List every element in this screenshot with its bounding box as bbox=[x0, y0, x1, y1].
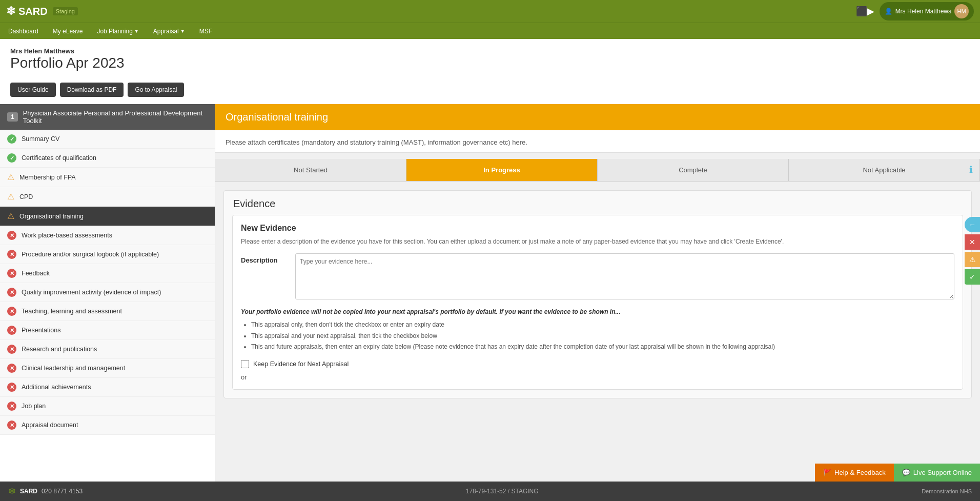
status-danger-icon: ✕ bbox=[7, 269, 16, 278]
video-icon[interactable]: ⬛▶ bbox=[856, 6, 874, 17]
footer-sard-name: SARD bbox=[20, 488, 37, 495]
user-badge[interactable]: 👤 Mrs Helen Matthews HM bbox=[880, 2, 974, 21]
nav-job-planning[interactable]: Job Planning ▼ bbox=[95, 25, 140, 38]
download-pdf-button[interactable]: Download as PDF bbox=[60, 83, 124, 97]
sidebar-item-clinical-leadership[interactable]: ✕ Clinical leadership and management bbox=[0, 359, 215, 378]
keep-evidence-checkbox[interactable] bbox=[241, 360, 249, 368]
sidebar-item-label: Quality improvement activity (evidence o… bbox=[22, 289, 161, 296]
floating-blue-button[interactable]: ← bbox=[965, 217, 980, 232]
live-support-label: Live Support Online bbox=[913, 469, 972, 476]
info-icon[interactable]: ℹ bbox=[969, 164, 973, 175]
action-buttons-bar: User Guide Download as PDF Go to Apprais… bbox=[0, 77, 980, 104]
description-label: Description bbox=[241, 253, 287, 301]
status-danger-icon: ✕ bbox=[7, 345, 16, 354]
user-guide-button[interactable]: User Guide bbox=[10, 83, 56, 97]
nav-right: ⬛▶ 👤 Mrs Helen Matthews HM bbox=[856, 2, 974, 21]
floating-yellow-button[interactable]: ⚠ bbox=[965, 252, 980, 267]
status-warning-icon: ⚠ bbox=[7, 192, 14, 202]
sidebar-item-label: Research and publications bbox=[22, 346, 97, 353]
description-text: Please attach certificates (mandatory an… bbox=[226, 138, 527, 146]
sub-navigation: Dashboard My eLeave Job Planning ▼ Appra… bbox=[0, 23, 980, 39]
floating-red-button[interactable]: ✕ bbox=[965, 234, 980, 250]
status-tabs: Not Started In Progress Complete Not App… bbox=[215, 159, 980, 182]
user-name-display: Mrs Helen Matthews bbox=[895, 8, 951, 15]
go-to-appraisal-button[interactable]: Go to Appraisal bbox=[128, 83, 184, 97]
footer-center-text: 178-79-131-52 / STAGING bbox=[466, 488, 539, 495]
sidebar-item-label: Appraisal document bbox=[22, 422, 78, 429]
sidebar-item-label: Membership of FPA bbox=[19, 174, 76, 181]
sidebar-item-surgical-logbook[interactable]: ✕ Procedure and/or surgical logbook (if … bbox=[0, 245, 215, 264]
sidebar-item-presentations[interactable]: ✕ Presentations bbox=[0, 321, 215, 340]
sidebar-item-label: Teaching, learning and assessment bbox=[22, 308, 122, 315]
description-row: Description bbox=[241, 253, 954, 301]
top-navigation: ❄ SARD Staging ⬛▶ 👤 Mrs Helen Matthews H… bbox=[0, 0, 980, 23]
sidebar-item-appraisal-doc[interactable]: ✕ Appraisal document bbox=[0, 416, 215, 435]
sidebar-item-additional-achievements[interactable]: ✕ Additional achievements bbox=[0, 378, 215, 397]
status-danger-icon: ✕ bbox=[7, 326, 16, 335]
nav-dashboard[interactable]: Dashboard bbox=[6, 25, 40, 38]
sidebar-section-header: 1 Physician Associate Personal and Profe… bbox=[0, 104, 215, 130]
section-header-title: Physician Associate Personal and Profess… bbox=[23, 109, 208, 125]
new-evidence-description: Please enter a description of the eviden… bbox=[241, 237, 954, 246]
page-footer: ❄ SARD 020 8771 4153 178-79-131-52 / STA… bbox=[0, 482, 980, 501]
sidebar-item-org-training[interactable]: ⚠ Organisational training bbox=[0, 207, 215, 226]
env-badge: Staging bbox=[53, 7, 78, 15]
status-danger-icon: ✕ bbox=[7, 420, 16, 430]
sidebar-item-label: Organisational training bbox=[19, 213, 84, 220]
sard-snowflake-icon: ❄ bbox=[6, 5, 15, 18]
nav-msf[interactable]: MSF bbox=[197, 25, 214, 38]
section-title-bar: Organisational training bbox=[215, 104, 980, 130]
tab-not-started[interactable]: Not Started bbox=[215, 159, 406, 181]
sidebar-item-label: Presentations bbox=[22, 327, 60, 334]
chat-icon: 💬 bbox=[902, 469, 910, 476]
page-header: Mrs Helen Matthews Portfolio Apr 2023 bbox=[0, 39, 980, 77]
sidebar-item-label: Procedure and/or surgical logbook (if ap… bbox=[22, 251, 159, 258]
floating-green-button[interactable]: ✓ bbox=[965, 269, 980, 285]
sidebar-item-label: Certificates of qualification bbox=[22, 154, 96, 162]
sidebar-item-membership-fpa[interactable]: ⚠ Membership of FPA bbox=[0, 168, 215, 187]
footer-right-text: Demonstration NHS bbox=[922, 488, 972, 494]
floating-buttons: ← ✕ ⚠ ✓ bbox=[965, 217, 980, 285]
status-danger-icon: ✕ bbox=[7, 364, 16, 373]
tab-not-applicable[interactable]: Not Applicable bbox=[789, 159, 980, 181]
footer-phone: 020 8771 4153 bbox=[42, 488, 83, 495]
content-area: Organisational training Please attach ce… bbox=[215, 104, 980, 501]
sidebar-item-feedback[interactable]: ✕ Feedback bbox=[0, 264, 215, 283]
status-green-icon: ✓ bbox=[7, 153, 16, 163]
status-green-icon: ✓ bbox=[7, 134, 16, 144]
sidebar-item-label: Feedback bbox=[22, 270, 50, 277]
section-description: Please attach certificates (mandatory an… bbox=[215, 130, 980, 153]
bottom-action-bar: 🚩 Help & Feedback 💬 Live Support Online bbox=[815, 464, 980, 482]
status-danger-icon: ✕ bbox=[7, 402, 16, 411]
description-textarea[interactable] bbox=[295, 253, 954, 299]
nav-left: ❄ SARD Staging bbox=[6, 5, 78, 18]
status-warning-icon: ⚠ bbox=[7, 172, 14, 182]
sidebar-item-wpba[interactable]: ✕ Work place-based assessments bbox=[0, 226, 215, 245]
footer-logo: ❄ SARD 020 8771 4153 bbox=[8, 486, 83, 497]
bullet-item: This appraisal and your next appraisal, … bbox=[251, 331, 954, 342]
description-input-area bbox=[295, 253, 954, 301]
sidebar-item-summary-cv[interactable]: ✓ Summary CV bbox=[0, 130, 215, 149]
sidebar-item-certificates[interactable]: ✓ Certificates of qualification bbox=[0, 149, 215, 168]
help-feedback-button[interactable]: 🚩 Help & Feedback bbox=[815, 464, 894, 482]
sard-logo: ❄ SARD bbox=[6, 5, 48, 18]
sidebar-item-quality-improvement[interactable]: ✕ Quality improvement activity (evidence… bbox=[0, 283, 215, 302]
status-danger-icon: ✕ bbox=[7, 307, 16, 316]
sidebar-item-job-plan[interactable]: ✕ Job plan bbox=[0, 397, 215, 416]
status-danger-icon: ✕ bbox=[7, 231, 16, 240]
tab-in-progress[interactable]: In Progress bbox=[406, 159, 598, 181]
bullet-list: This appraisal only, then don't tick the… bbox=[251, 319, 954, 353]
sidebar-item-label: Additional achievements bbox=[22, 384, 91, 391]
sidebar-item-cpd[interactable]: ⚠ CPD bbox=[0, 187, 215, 207]
main-layout: 1 Physician Associate Personal and Profe… bbox=[0, 104, 980, 501]
nav-appraisal[interactable]: Appraisal ▼ bbox=[151, 25, 187, 38]
user-icon: 👤 bbox=[885, 8, 892, 15]
sidebar-item-label: Clinical leadership and management bbox=[22, 365, 125, 372]
tab-complete[interactable]: Complete bbox=[598, 159, 789, 181]
sidebar-item-label: Work place-based assessments bbox=[22, 232, 112, 239]
nav-eleave[interactable]: My eLeave bbox=[51, 25, 85, 38]
sidebar-item-label: Job plan bbox=[22, 403, 46, 410]
sidebar-item-research[interactable]: ✕ Research and publications bbox=[0, 340, 215, 359]
sidebar-item-teaching[interactable]: ✕ Teaching, learning and assessment bbox=[0, 302, 215, 321]
live-support-button[interactable]: 💬 Live Support Online bbox=[894, 464, 980, 482]
